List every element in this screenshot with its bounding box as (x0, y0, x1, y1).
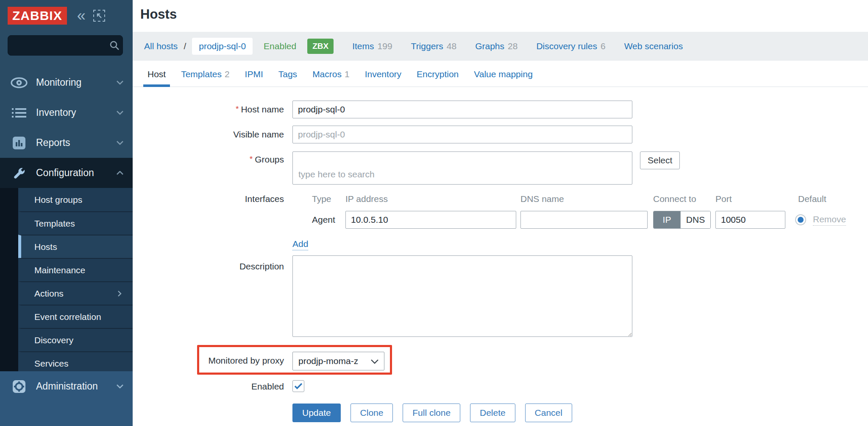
chevron-down-icon (117, 109, 123, 117)
ip-address-input[interactable] (345, 211, 516, 229)
visible-name-row: Visible name (140, 126, 868, 143)
update-button[interactable]: Update (292, 404, 341, 422)
breadcrumb-all-hosts-link[interactable]: All hosts (144, 41, 178, 51)
sidebar-item-monitoring[interactable]: Monitoring (0, 67, 133, 98)
items-count: 199 (378, 41, 392, 51)
graphs-link[interactable]: Graphs (475, 41, 504, 51)
search-icon[interactable] (109, 40, 120, 53)
host-name-label: *Host name (140, 101, 284, 118)
triggers-link[interactable]: Triggers (411, 41, 443, 51)
sidebar-collapse-icon[interactable]: « (77, 9, 86, 22)
tab-label: IPMI (245, 69, 263, 79)
tab-templates[interactable]: Templates2 (177, 69, 234, 87)
sidebar-nav: Monitoring Inventory Reports (0, 67, 133, 375)
web-scenarios-link[interactable]: Web scenarios (624, 41, 683, 51)
discovery-rules-count: 6 (601, 41, 606, 51)
sidebar-item-templates[interactable]: Templates (18, 211, 133, 235)
tab-count: 1 (345, 69, 350, 79)
remove-interface-link[interactable]: Remove (813, 214, 846, 226)
sub-item-label: Actions (34, 289, 64, 299)
sidebar-item-event-correlation[interactable]: Event correlation (18, 305, 133, 328)
tab-label: Macros (312, 69, 342, 79)
sidebar-item-maintenance[interactable]: Maintenance (18, 258, 133, 281)
sidebar-item-actions[interactable]: Actions (18, 281, 133, 305)
search-input[interactable] (8, 35, 123, 56)
dns-name-input[interactable] (520, 211, 648, 229)
tab-value-mapping[interactable]: Value mapping (470, 69, 537, 87)
sidebar-item-label: Monitoring (36, 77, 117, 88)
sidebar-item-reports[interactable]: Reports (0, 128, 133, 158)
graphs-count: 28 (508, 41, 517, 51)
groups-multiselect[interactable]: type here to search (292, 151, 632, 185)
proxy-select[interactable]: prodjp-moma-z (292, 352, 384, 370)
breadcrumb-separator: / (184, 41, 186, 51)
col-port: Port (715, 194, 785, 204)
host-status-label: Enabled (264, 41, 296, 51)
sidebar-item-label: Configuration (36, 167, 117, 179)
host-name-row: *Host name (140, 101, 868, 118)
interfaces-header: Type IP address DNS name Connect to Port… (292, 194, 846, 204)
sub-item-label: Event correlation (34, 312, 101, 322)
description-textarea[interactable] (292, 255, 632, 337)
sub-item-label: Discovery (34, 335, 73, 345)
chevron-up-icon (117, 169, 123, 177)
host-name-input[interactable] (292, 101, 632, 118)
add-interface-link[interactable]: Add (292, 239, 308, 250)
enabled-checkbox[interactable] (292, 380, 304, 392)
tab-inventory[interactable]: Inventory (361, 69, 406, 87)
tab-label: Host (147, 69, 166, 79)
sidebar-item-host-groups[interactable]: Host groups (18, 188, 133, 211)
list-icon (10, 107, 28, 118)
breadcrumb-host-name[interactable]: prodjp-sql-0 (192, 38, 253, 55)
clone-button[interactable]: Clone (351, 404, 393, 422)
required-asterisk: * (236, 104, 239, 113)
page-title: Hosts (140, 7, 868, 22)
chevron-down-icon (117, 79, 123, 87)
main-content: Hosts All hosts / prodjp-sql-0 Enabled Z… (133, 0, 868, 426)
items-link[interactable]: Items (352, 41, 374, 51)
zabbix-logo[interactable]: ZABBIX (8, 7, 67, 25)
cancel-button[interactable]: Cancel (525, 404, 572, 422)
col-type: Type (292, 194, 345, 204)
proxy-select-value: prodjp-moma-z (298, 356, 358, 366)
sidebar-item-discovery[interactable]: Discovery (18, 328, 133, 351)
host-form: *Host name Visible name *Groups type her… (140, 87, 868, 422)
full-clone-button[interactable]: Full clone (403, 404, 460, 422)
visible-name-input[interactable] (292, 126, 632, 143)
sidebar-item-administration[interactable]: Administration (0, 371, 133, 401)
groups-placeholder: type here to search (298, 169, 375, 179)
tab-ipmi[interactable]: IPMI (241, 69, 267, 87)
sidebar-search (8, 35, 125, 56)
discovery-rules-link[interactable]: Discovery rules (536, 41, 597, 51)
tab-tags[interactable]: Tags (274, 69, 301, 87)
enabled-row: Enabled (140, 380, 868, 392)
connect-ip-option[interactable]: IP (654, 211, 680, 228)
sidebar-item-inventory[interactable]: Inventory (0, 98, 133, 128)
sidebar-item-label: Administration (36, 381, 117, 392)
visible-name-label: Visible name (140, 126, 284, 143)
kiosk-mode-icon[interactable] (93, 10, 105, 22)
tab-count: 2 (225, 69, 230, 79)
default-interface-radio[interactable] (795, 214, 806, 225)
delete-button[interactable]: Delete (470, 404, 515, 422)
sidebar-item-configuration[interactable]: Configuration (0, 158, 133, 188)
tab-encryption[interactable]: Encryption (412, 69, 463, 87)
col-default: Default (795, 194, 826, 204)
chevron-down-icon (117, 383, 123, 390)
interfaces-row: Interfaces Type IP address DNS name Conn… (140, 194, 868, 250)
sidebar-item-support[interactable]: Support (0, 419, 133, 426)
port-input[interactable] (715, 211, 785, 229)
groups-select-button[interactable]: Select (640, 151, 680, 169)
sidebar-item-hosts[interactable]: Hosts (18, 235, 133, 258)
sub-item-label: Services (34, 359, 69, 369)
connect-dns-option[interactable]: DNS (680, 211, 710, 228)
configuration-submenu: Host groups Templates Hosts Maintenance … (0, 188, 133, 375)
col-connect-to: Connect to (653, 194, 711, 204)
interface-type-label: Agent (292, 215, 345, 225)
tab-macros[interactable]: Macros1 (308, 69, 354, 87)
eye-icon (10, 77, 28, 89)
tab-host[interactable]: Host (143, 69, 170, 87)
radio-dot (798, 217, 804, 223)
tab-label: Tags (278, 69, 297, 79)
sub-item-label: Templates (34, 219, 75, 229)
